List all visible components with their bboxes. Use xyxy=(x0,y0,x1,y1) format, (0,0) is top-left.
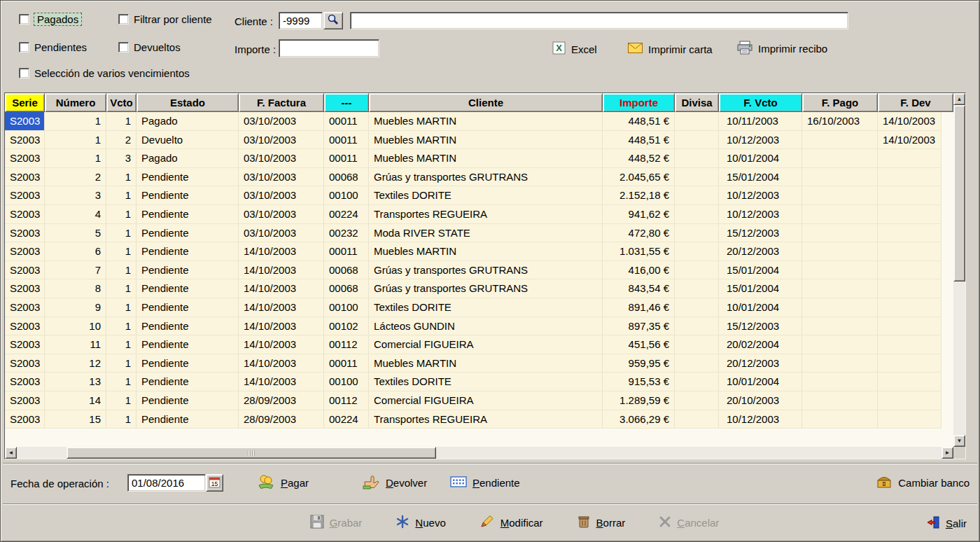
cell-vcto[interactable]: 1 xyxy=(106,112,136,131)
cell-divisa[interactable] xyxy=(675,298,719,317)
cell-numero[interactable]: 11 xyxy=(45,335,106,354)
cell-fvcto[interactable]: 10/12/2003 xyxy=(719,131,802,150)
cell-fpago[interactable] xyxy=(802,168,878,187)
cell-ffactura[interactable]: 03/10/2003 xyxy=(239,224,324,243)
cell-cliente[interactable]: Comercial FIGUEIRA xyxy=(369,335,603,354)
cell-estado[interactable]: Pagado xyxy=(136,112,239,131)
cell-estado[interactable]: Devuelto xyxy=(136,131,239,150)
cell-fvcto[interactable]: 10/12/2003 xyxy=(719,205,802,224)
horizontal-scrollbar[interactable]: ◄ ► xyxy=(5,447,953,459)
cell-codigo[interactable]: 00224 xyxy=(324,205,369,224)
cell-cliente[interactable]: Comercial FIGUEIRA xyxy=(369,391,603,410)
cell-serie[interactable]: S2003 xyxy=(5,186,45,205)
cell-importe[interactable]: 451,56 € xyxy=(603,335,675,354)
cell-ffactura[interactable]: 28/09/2003 xyxy=(239,391,324,410)
column-header-codigo[interactable]: --- xyxy=(324,93,369,112)
table-row[interactable]: S2003 14 1 Pendiente 28/09/2003 00112 Co… xyxy=(5,391,941,410)
cell-fpago[interactable] xyxy=(802,298,878,317)
cell-fvcto[interactable]: 15/01/2004 xyxy=(719,279,802,298)
cliente-search-button[interactable] xyxy=(323,12,343,29)
cell-cliente[interactable]: Muebles MARTIN xyxy=(369,131,603,150)
table-row[interactable]: S2003 1 1 Pagado 03/10/2003 00011 Mueble… xyxy=(5,112,941,131)
cell-fpago[interactable] xyxy=(802,242,878,261)
table-row[interactable]: S2003 8 1 Pendiente 14/10/2003 00068 Grú… xyxy=(5,279,941,298)
seleccion-checkbox-box[interactable] xyxy=(19,68,29,78)
filtrar-checkbox-box[interactable] xyxy=(118,14,129,25)
column-header-vcto[interactable]: Vcto xyxy=(106,93,136,112)
table-row[interactable]: S2003 5 1 Pendiente 03/10/2003 00232 Mod… xyxy=(5,224,941,243)
vertical-scroll-thumb[interactable] xyxy=(953,105,965,282)
table-row[interactable]: S2003 12 1 Pendiente 14/10/2003 00011 Mu… xyxy=(5,354,941,373)
checkbox-pendientes[interactable]: Pendientes xyxy=(19,41,87,53)
cell-numero[interactable]: 1 xyxy=(45,149,106,168)
cell-importe[interactable]: 1.031,55 € xyxy=(603,242,675,261)
cell-fpago[interactable] xyxy=(802,149,878,168)
cell-cliente[interactable]: Moda RIVER STATE xyxy=(369,224,603,243)
pendiente-button[interactable]: Pendiente xyxy=(450,471,520,494)
cell-fpago[interactable] xyxy=(802,261,878,280)
cell-fdev[interactable] xyxy=(878,373,941,391)
cell-fdev[interactable]: 14/10/2003 xyxy=(878,112,941,131)
horizontal-scroll-thumb[interactable] xyxy=(66,447,436,459)
cell-serie[interactable]: S2003 xyxy=(5,373,45,391)
cell-ffactura[interactable]: 14/10/2003 xyxy=(239,354,324,373)
cell-fvcto[interactable]: 15/01/2004 xyxy=(719,261,802,280)
cell-numero[interactable]: 1 xyxy=(45,112,106,131)
checkbox-pagados[interactable]: Pagados xyxy=(19,13,81,25)
cell-divisa[interactable] xyxy=(675,279,719,298)
cell-divisa[interactable] xyxy=(675,131,719,150)
cell-serie[interactable]: S2003 xyxy=(5,391,45,410)
cell-ffactura[interactable]: 03/10/2003 xyxy=(239,149,324,168)
cell-numero[interactable]: 5 xyxy=(45,224,106,243)
cell-fpago[interactable] xyxy=(802,373,878,391)
salir-button[interactable]: Salir xyxy=(926,512,967,534)
cell-importe[interactable]: 843,54 € xyxy=(603,279,675,298)
cell-estado[interactable]: Pendiente xyxy=(136,168,239,187)
imprimir-recibo-button[interactable]: Imprimir recibo xyxy=(737,39,827,58)
cell-serie[interactable]: S2003 xyxy=(5,112,45,131)
cell-fpago[interactable] xyxy=(802,186,878,205)
table-row[interactable]: S2003 6 1 Pendiente 14/10/2003 00011 Mue… xyxy=(5,242,941,261)
cell-codigo[interactable]: 00011 xyxy=(324,149,369,168)
column-header-divisa[interactable]: Divisa xyxy=(675,93,719,112)
table-row[interactable]: S2003 15 1 Pendiente 28/09/2003 00224 Tr… xyxy=(5,410,941,429)
column-header-fvcto[interactable]: F. Vcto xyxy=(719,93,802,112)
cell-codigo[interactable]: 00100 xyxy=(324,186,369,205)
cell-serie[interactable]: S2003 xyxy=(5,317,45,336)
cell-codigo[interactable]: 00232 xyxy=(324,224,369,243)
cell-cliente[interactable]: Grúas y transportes GRUTRANS xyxy=(369,279,603,298)
cell-fpago[interactable] xyxy=(802,205,878,224)
cell-divisa[interactable] xyxy=(675,112,719,131)
cell-serie[interactable]: S2003 xyxy=(5,354,45,373)
cancelar-button[interactable]: Cancelar xyxy=(659,515,719,530)
cell-estado[interactable]: Pendiente xyxy=(136,205,239,224)
scroll-up-button[interactable]: ▲ xyxy=(953,93,965,105)
cell-vcto[interactable]: 1 xyxy=(106,168,136,187)
borrar-button[interactable]: Borrar xyxy=(577,515,626,531)
table-row[interactable]: S2003 10 1 Pendiente 14/10/2003 00102 Lá… xyxy=(5,317,941,336)
cell-vcto[interactable]: 1 xyxy=(106,205,136,224)
cell-codigo[interactable]: 00011 xyxy=(324,354,369,373)
scroll-right-button[interactable]: ► xyxy=(941,447,953,459)
cell-cliente[interactable]: Grúas y transportes GRUTRANS xyxy=(369,261,603,280)
cell-fvcto[interactable]: 20/02/2004 xyxy=(719,335,802,354)
column-header-importe[interactable]: Importe xyxy=(603,93,675,112)
cell-cliente[interactable]: Lácteos GUNDIN xyxy=(369,317,603,336)
cell-fpago[interactable] xyxy=(802,335,878,354)
cell-vcto[interactable]: 1 xyxy=(106,317,136,336)
table-row[interactable]: S2003 1 2 Devuelto 03/10/2003 00011 Mueb… xyxy=(5,131,941,150)
cell-codigo[interactable]: 00011 xyxy=(324,242,369,261)
cell-cliente[interactable]: Muebles MARTIN xyxy=(369,242,603,261)
devueltos-checkbox-box[interactable] xyxy=(118,42,129,53)
cell-fvcto[interactable]: 10/12/2003 xyxy=(719,186,802,205)
cell-serie[interactable]: S2003 xyxy=(5,242,45,261)
cell-divisa[interactable] xyxy=(675,168,719,187)
cell-fdev[interactable] xyxy=(878,335,941,354)
importe-input[interactable] xyxy=(279,39,379,57)
cell-codigo[interactable]: 00112 xyxy=(324,335,369,354)
column-header-estado[interactable]: Estado xyxy=(136,93,239,112)
checkbox-seleccion-varios[interactable]: Selección de varios vencimientos xyxy=(19,67,190,79)
cell-importe[interactable]: 891,46 € xyxy=(603,298,675,317)
cell-numero[interactable]: 14 xyxy=(45,391,106,410)
devolver-button[interactable]: Devolver xyxy=(362,471,427,494)
